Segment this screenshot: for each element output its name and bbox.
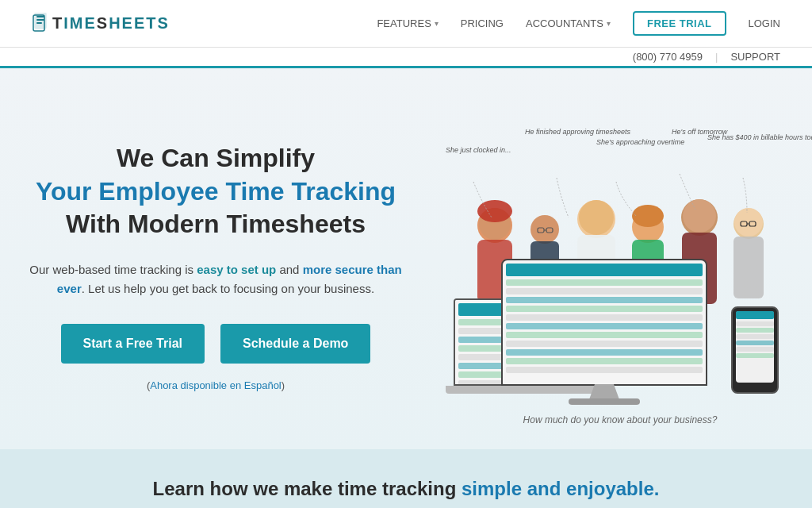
nav-features[interactable]: FEATURES ▾ [377, 17, 438, 29]
svg-point-11 [530, 215, 559, 244]
svg-rect-1 [36, 16, 44, 17]
hero-right: She just clocked in... He finished appro… [438, 124, 787, 410]
svg-point-18 [579, 200, 614, 235]
hero-left: We Can Simplify Your Employee Time Track… [25, 142, 406, 391]
speech-bubble-4: He's off tomorrow [672, 128, 727, 136]
spanish-link[interactable]: Ahora disponible en Español [150, 379, 282, 391]
nav-main: FEATURES ▾ PRICING ACCOUNTANTS ▾ FREE TR… [377, 11, 780, 36]
speech-bubble-1: She just clocked in... [446, 146, 511, 154]
spanish-text: (Ahora disponible en Español) [25, 379, 406, 391]
speech-bubble-5: She has $400 in billable hours today [707, 133, 787, 141]
svg-point-10 [477, 200, 512, 222]
logo[interactable]: TimeSheets [32, 13, 170, 35]
schedule-demo-button[interactable]: Schedule a Demo [220, 324, 370, 364]
nav-free-trial-button[interactable]: FREE TRIAL [633, 11, 726, 36]
hero-description: Our web-based time tracking is easy to s… [25, 260, 406, 298]
monitor-screen-content [503, 260, 706, 384]
svg-rect-2 [36, 19, 44, 21]
logo-icon [32, 13, 49, 35]
laptop-keyboard [446, 386, 604, 394]
monitor [501, 259, 707, 386]
hero-image: She just clocked in... He finished appro… [438, 124, 787, 410]
nav-accountants[interactable]: ACCOUNTANTS ▾ [526, 17, 611, 29]
nav-login[interactable]: LOGIN [749, 17, 780, 29]
speech-bubble-3: She's approaching overtime [596, 138, 684, 146]
devices-area: How much do you know about your business… [454, 267, 787, 410]
header-top: TimeSheets FEATURES ▾ PRICING ACCOUNTANT… [0, 0, 812, 48]
nav-pricing[interactable]: PRICING [461, 17, 504, 29]
phone [731, 306, 779, 394]
hero-buttons: Start a Free Trial Schedule a Demo [25, 324, 406, 364]
svg-rect-3 [36, 22, 42, 24]
features-dropdown-arrow: ▾ [435, 19, 439, 28]
support-link[interactable]: SUPPORT [730, 51, 780, 63]
speech-bubble-2: He finished approving timesheets [525, 128, 630, 136]
header-divider: | [715, 51, 718, 63]
svg-point-24 [683, 199, 716, 233]
phone-number[interactable]: (800) 770 4959 [633, 51, 703, 63]
phone-screen [736, 311, 774, 383]
hero-title: We Can Simplify Your Employee Time Track… [25, 142, 406, 241]
hero-caption: How much do you know about your business… [523, 414, 718, 425]
svg-point-21 [632, 205, 664, 227]
monitor-base [569, 398, 640, 405]
bottom-section: Learn how we make time tracking simple a… [0, 449, 812, 508]
accountants-dropdown-arrow: ▾ [607, 19, 611, 28]
svg-point-27 [734, 208, 763, 237]
header-secondary: (800) 770 4959 | SUPPORT [0, 48, 812, 68]
hero-section: We Can Simplify Your Employee Time Track… [0, 68, 812, 449]
bottom-title: Learn how we make time tracking simple a… [32, 478, 780, 500]
start-free-trial-button[interactable]: Start a Free Trial [61, 324, 205, 364]
